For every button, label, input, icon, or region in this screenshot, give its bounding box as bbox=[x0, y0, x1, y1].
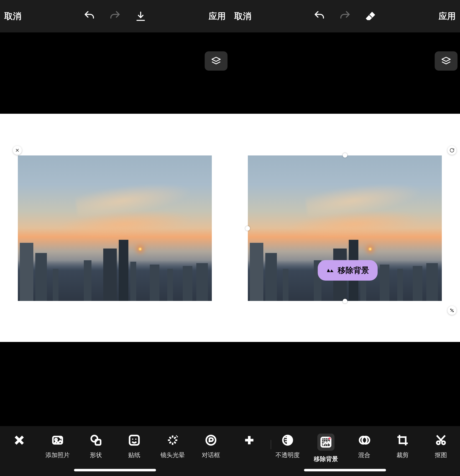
svg-point-6 bbox=[135, 439, 136, 440]
svg-point-7 bbox=[206, 435, 216, 445]
tool-opacity[interactable]: 不透明度 bbox=[271, 434, 305, 459]
canvas-right: 移除背景 bbox=[230, 33, 460, 344]
tool-label: 形状 bbox=[90, 451, 102, 459]
svg-rect-3 bbox=[95, 440, 101, 445]
bottombar-right: 不透明度 移除背景 混合 裁剪 抠图 bbox=[230, 426, 460, 476]
svg-point-5 bbox=[132, 439, 133, 440]
topbar-right: 取消 应用 bbox=[230, 0, 460, 33]
tool-label: 镜头光晕 bbox=[161, 451, 185, 459]
tool-label: 裁剪 bbox=[397, 451, 409, 459]
layers-button[interactable] bbox=[205, 51, 228, 71]
tool-label: 添加照片 bbox=[45, 451, 70, 459]
undo-button[interactable] bbox=[314, 10, 325, 22]
canvas-left bbox=[0, 33, 230, 344]
photo-layer[interactable] bbox=[18, 155, 212, 301]
shape-icon bbox=[89, 434, 102, 447]
cancel-button[interactable]: 取消 bbox=[4, 10, 21, 22]
tool-cutout[interactable]: 抠图 bbox=[424, 434, 458, 459]
remove-bg-icon bbox=[317, 434, 334, 451]
apply-button[interactable]: 应用 bbox=[439, 10, 456, 22]
eraser-button[interactable] bbox=[365, 10, 376, 22]
selection-close-handle[interactable] bbox=[13, 146, 22, 155]
speech-bubble-icon bbox=[204, 434, 218, 447]
cancel-button[interactable]: 取消 bbox=[234, 10, 251, 22]
tool-sticker[interactable]: 贴纸 bbox=[117, 434, 151, 459]
tool-crop[interactable]: 裁剪 bbox=[386, 434, 419, 459]
selection-mid-bottom[interactable] bbox=[343, 299, 347, 303]
home-indicator bbox=[304, 469, 386, 471]
tool-blend[interactable]: 混合 bbox=[347, 434, 381, 459]
tool-label: 移除背景 bbox=[314, 455, 338, 463]
svg-point-2 bbox=[91, 435, 97, 442]
home-indicator bbox=[74, 469, 156, 471]
apply-button[interactable]: 应用 bbox=[209, 10, 226, 22]
tool-label: 混合 bbox=[358, 451, 370, 459]
tool-speech-bubble[interactable]: 对话框 bbox=[194, 434, 228, 459]
pane-left: 取消 应用 bbox=[0, 0, 230, 476]
redo-button[interactable] bbox=[339, 10, 351, 22]
topbar-left: 取消 应用 bbox=[0, 0, 230, 33]
pill-label: 移除背景 bbox=[338, 265, 369, 276]
tool-add-photo[interactable]: 添加照片 bbox=[41, 434, 75, 459]
lens-flare-icon bbox=[166, 434, 179, 447]
plus-icon bbox=[243, 434, 256, 447]
tool-shape[interactable]: 形状 bbox=[79, 434, 113, 459]
remove-bg-pill[interactable]: 移除背景 bbox=[318, 260, 378, 280]
tool-remove-bg[interactable]: 移除背景 bbox=[309, 434, 343, 463]
pane-right: 取消 应用 bbox=[230, 0, 460, 476]
close-icon bbox=[13, 434, 26, 447]
blend-icon bbox=[358, 434, 371, 447]
tool-label: 贴纸 bbox=[128, 451, 140, 459]
sticker-icon bbox=[128, 434, 141, 447]
selection-rotate-handle[interactable] bbox=[448, 146, 456, 155]
separator bbox=[271, 440, 271, 449]
svg-point-10 bbox=[328, 437, 331, 440]
tool-label: 不透明度 bbox=[275, 451, 300, 459]
add-photo-icon bbox=[51, 434, 64, 447]
undo-button[interactable] bbox=[84, 10, 95, 22]
bottombar-left: 添加照片 形状 贴纸 镜头光晕 对话框 bbox=[0, 426, 230, 476]
selection-mid-left[interactable] bbox=[245, 226, 250, 231]
selection-mid-top[interactable] bbox=[343, 153, 347, 158]
download-button[interactable] bbox=[135, 10, 146, 22]
tool-close[interactable] bbox=[2, 434, 36, 451]
tool-label: 抠图 bbox=[435, 451, 447, 459]
tool-label: 对话框 bbox=[202, 451, 220, 459]
cutout-icon bbox=[434, 434, 448, 447]
opacity-icon bbox=[281, 434, 294, 447]
redo-button[interactable] bbox=[109, 10, 121, 22]
layers-button[interactable] bbox=[435, 51, 458, 71]
tool-lens-flare[interactable]: 镜头光晕 bbox=[156, 434, 189, 459]
crop-icon bbox=[396, 434, 409, 447]
tool-add[interactable] bbox=[232, 434, 266, 451]
selection-resize-handle[interactable] bbox=[448, 306, 456, 315]
